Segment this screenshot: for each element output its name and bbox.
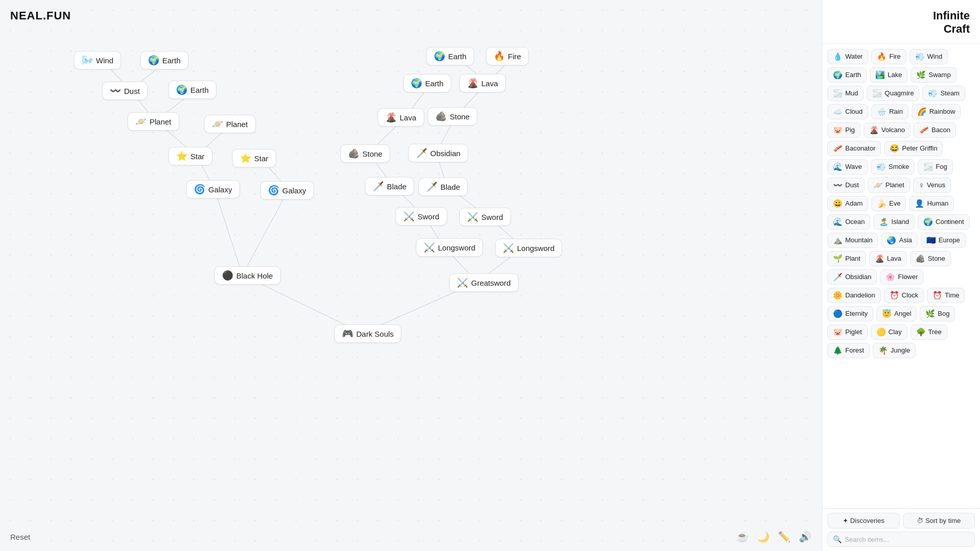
sidebar-item-eternity[interactable]: 🔵Eternity	[827, 306, 873, 321]
svg-line-8	[214, 189, 242, 275]
sidebar-item-emoji: 😂	[890, 144, 899, 153]
element-card-star2[interactable]: ⭐Star	[232, 149, 276, 167]
sidebar-item-water[interactable]: 💧Water	[827, 49, 868, 64]
sidebar-item-adam[interactable]: 😀Adam	[827, 196, 868, 211]
sidebar-item-mountain[interactable]: ⛰️Mountain	[827, 233, 878, 248]
element-label: Obsidian	[430, 149, 460, 158]
sidebar-item-dust[interactable]: 〰️Dust	[827, 178, 865, 193]
sort-button[interactable]: ⏱ Sort by time	[903, 513, 975, 529]
element-card-earth2[interactable]: 🌍Earth	[168, 81, 216, 99]
canvas-area[interactable]: NEAL.FUN 🌬️Wind🌍Earth〰️Dust🌍Earth🪐Planet…	[0, 0, 822, 551]
element-card-longsword1[interactable]: ⚔️Longsword	[416, 238, 483, 257]
element-card-star1[interactable]: ⭐Star	[168, 147, 212, 165]
sidebar-item-label: Flower	[898, 273, 918, 281]
search-bar[interactable]: 🔍	[827, 532, 975, 547]
sidebar-item-cloud[interactable]: ☁️Cloud	[827, 104, 868, 119]
sidebar-item-wind[interactable]: 💨Wind	[910, 49, 948, 64]
sidebar-item-stone[interactable]: 🪨Stone	[910, 251, 951, 266]
element-card-earth3[interactable]: 🌍Earth	[426, 47, 474, 65]
element-label: Blade	[440, 183, 460, 191]
sidebar-item-label: Bog	[938, 310, 949, 317]
element-card-longsword2[interactable]: ⚔️Longsword	[495, 239, 562, 257]
sidebar-item-emoji: ☁️	[833, 107, 843, 116]
search-input[interactable]	[845, 536, 969, 543]
sidebar-item-dandelion[interactable]: 🌼Dandelion	[827, 288, 881, 303]
sidebar-item-planet[interactable]: 🪐Planet	[868, 178, 910, 193]
sidebar-item-clock[interactable]: ⏰Clock	[884, 288, 924, 303]
sidebar-item-wave[interactable]: 🌊Wave	[827, 159, 868, 174]
brush-icon[interactable]: ✏️	[778, 531, 791, 543]
sidebar-item-eve[interactable]: 🍌Eve	[871, 196, 906, 211]
sidebar-item-emoji: ⏰	[890, 291, 899, 300]
sidebar-item-fire[interactable]: 🔥Fire	[871, 49, 906, 64]
sidebar-item-ocean[interactable]: 🌊Ocean	[827, 214, 870, 230]
sidebar-item-continent[interactable]: 🌍Continent	[918, 214, 970, 230]
sidebar-item-flower[interactable]: 🌸Flower	[880, 269, 923, 285]
night-icon[interactable]: 🌙	[757, 531, 770, 543]
sidebar-item-peter-griffin[interactable]: 😂Peter Griffin	[884, 141, 943, 156]
sidebar-item-island[interactable]: 🏝️Island	[873, 214, 915, 230]
sidebar-item-baconator[interactable]: 🥓Baconator	[827, 141, 881, 156]
coffee-icon[interactable]: ☕	[736, 531, 749, 543]
element-card-earth1[interactable]: 🌍Earth	[140, 51, 188, 69]
sidebar-item-angel[interactable]: 😇Angel	[876, 306, 917, 321]
element-card-greatsword1[interactable]: ⚔️Greatsword	[449, 273, 519, 292]
sidebar-item-lava[interactable]: 🌋Lava	[869, 251, 907, 266]
sidebar-item-venus[interactable]: ♀️Venus	[913, 178, 951, 193]
element-card-sword2[interactable]: ⚔️Sword	[459, 208, 511, 226]
element-card-blackhole1[interactable]: ⚫Black Hole	[214, 266, 281, 285]
element-card-galaxy1[interactable]: 🌀Galaxy	[186, 180, 240, 198]
sidebar-item-asia[interactable]: 🌏Asia	[881, 233, 917, 248]
element-card-wind1[interactable]: 🌬️Wind	[74, 51, 121, 69]
element-card-stone2[interactable]: 🪨Stone	[340, 144, 390, 163]
element-card-blade2[interactable]: 🗡️Blade	[419, 178, 468, 196]
sidebar-item-clay[interactable]: 🟡Clay	[871, 324, 908, 340]
element-card-blade1[interactable]: 🗡️Blade	[365, 177, 414, 195]
sidebar-item-plant[interactable]: 🌱Plant	[827, 251, 866, 266]
sidebar-item-human[interactable]: 👤Human	[909, 196, 954, 211]
sidebar-item-steam[interactable]: 💨Steam	[922, 86, 965, 101]
discoveries-button[interactable]: ✦ Discoveries	[827, 513, 900, 529]
element-card-galaxy2[interactable]: 🌀Galaxy	[260, 181, 314, 199]
element-card-fire1[interactable]: 🔥Fire	[486, 47, 529, 65]
element-card-planet1[interactable]: 🪐Planet	[128, 112, 179, 131]
element-card-earth4[interactable]: 🌍Earth	[403, 74, 451, 92]
sidebar-item-obsidian[interactable]: 🗡️Obsidian	[827, 269, 877, 285]
sidebar-item-quagmire[interactable]: 🌫️Quagmire	[867, 86, 919, 101]
sidebar-item-volcano[interactable]: 🌋Volcano	[864, 122, 911, 138]
sidebar-item-emoji: 🌸	[886, 272, 895, 282]
sidebar-item-forest[interactable]: 🌲Forest	[827, 343, 870, 358]
sidebar-item-earth[interactable]: 🌍Earth	[827, 67, 867, 83]
element-card-dust1[interactable]: 〰️Dust	[102, 82, 148, 100]
sidebar-item-smoke[interactable]: 💨Smoke	[871, 159, 915, 174]
sidebar-item-europe[interactable]: 🇪🇺Europe	[921, 233, 966, 248]
sidebar-item-jungle[interactable]: 🌴Jungle	[873, 343, 916, 358]
element-card-stone1[interactable]: 🪨Stone	[428, 107, 477, 126]
items-grid: 💧Water🔥Fire💨Wind🌍Earth🏞️Lake🌿Swamp🌫️Mud🌫…	[822, 44, 980, 508]
sidebar-item-emoji: 🌱	[833, 254, 843, 263]
element-card-darksouls1[interactable]: 🎮Dark Souls	[334, 324, 401, 343]
sidebar-item-label: Rainbow	[929, 108, 955, 115]
sidebar-item-bacon[interactable]: 🥓Bacon	[914, 122, 956, 138]
sidebar-item-tree[interactable]: 🌳Tree	[911, 324, 947, 340]
sidebar-item-rainbow[interactable]: 🌈Rainbow	[912, 104, 961, 119]
sidebar-item-bog[interactable]: 🌿Bog	[920, 306, 955, 321]
sidebar-item-pig[interactable]: 🐷Pig	[827, 122, 861, 138]
element-card-planet2[interactable]: 🪐Planet	[204, 115, 256, 133]
sidebar-item-label: Obsidian	[845, 273, 871, 281]
sidebar-item-time[interactable]: ⏰Time	[927, 288, 965, 303]
sidebar-item-fog[interactable]: 🌫️Fog	[918, 159, 952, 174]
sound-icon[interactable]: 🔊	[799, 531, 812, 543]
element-card-sword1[interactable]: ⚔️Sword	[396, 207, 447, 226]
sidebar-item-emoji: 🐷	[833, 126, 843, 135]
sidebar-item-lake[interactable]: 🏞️Lake	[870, 67, 908, 83]
sidebar-item-rain[interactable]: 🌧️Rain	[871, 104, 909, 119]
element-card-lava1[interactable]: 🌋Lava	[459, 74, 506, 92]
sidebar-item-swamp[interactable]: 🌿Swamp	[911, 67, 956, 83]
element-emoji: ⚔️	[457, 277, 468, 288]
sidebar-item-piglet[interactable]: 🐷Piglet	[827, 324, 868, 340]
element-card-obsidian1[interactable]: 🗡️Obsidian	[408, 144, 468, 162]
element-card-lava2[interactable]: 🌋Lava	[378, 108, 424, 127]
reset-button[interactable]: Reset	[10, 533, 30, 541]
sidebar-item-mud[interactable]: 🌫️Mud	[827, 86, 864, 101]
